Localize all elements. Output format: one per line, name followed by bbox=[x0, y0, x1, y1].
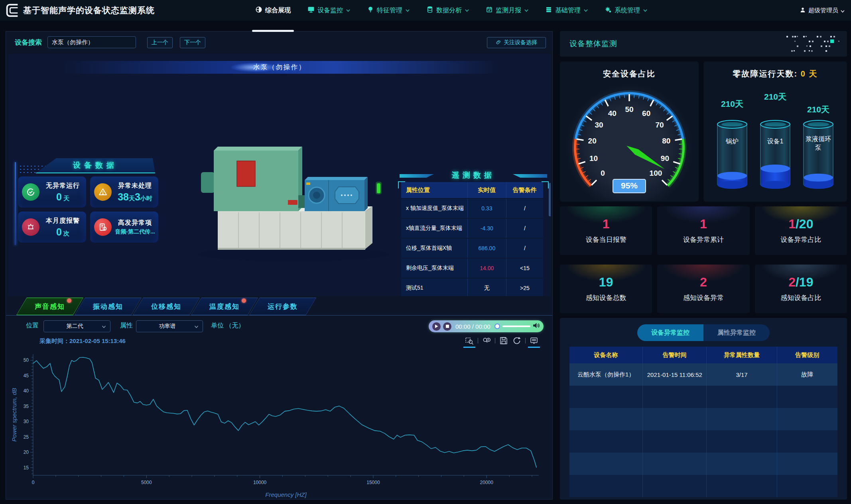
svg-text:80: 80 bbox=[662, 137, 670, 145]
zero-fault-value: 0 天 bbox=[801, 69, 818, 78]
alarm-empty-row bbox=[569, 453, 837, 475]
layers-icon bbox=[545, 6, 552, 15]
tab-声音感知[interactable]: 声音感知 bbox=[16, 298, 83, 315]
attribute-select[interactable]: 功率谱 bbox=[136, 320, 203, 332]
tab-label: 温度感知 bbox=[191, 298, 258, 315]
alarm-table: 设备名称告警时间异常属性数量告警级别云酷水泵（勿操作1）2021-01-15 1… bbox=[569, 347, 837, 497]
zoom-reset-icon[interactable] bbox=[482, 336, 491, 345]
telemetry-condition: >25 bbox=[506, 278, 543, 296]
svg-text:20000: 20000 bbox=[480, 480, 494, 485]
telemetry-scrollbar[interactable] bbox=[549, 183, 551, 296]
chevron-down-icon bbox=[102, 323, 106, 329]
device-data-card-text: 无异常运行0 天 bbox=[43, 182, 83, 203]
svg-text:15000: 15000 bbox=[366, 480, 380, 485]
nav-item-监测月报[interactable]: 监测月报 bbox=[486, 6, 528, 15]
nav-item-设备监控[interactable]: 设备监控 bbox=[307, 6, 350, 15]
stat-card-设备异常累计: 1设备异常累计 bbox=[657, 206, 749, 255]
player-track[interactable] bbox=[502, 326, 530, 327]
volume-icon[interactable] bbox=[533, 322, 540, 330]
focus-device-select-button[interactable]: 关注设备选择 bbox=[487, 37, 546, 48]
device-data-card-value: 0 次 bbox=[43, 226, 83, 238]
alarm-icon bbox=[22, 218, 39, 236]
report-icon bbox=[94, 218, 112, 236]
data-view-icon[interactable] bbox=[529, 336, 539, 345]
svg-text:Frequency [HZ]: Frequency [HZ] bbox=[265, 491, 307, 498]
user-menu[interactable]: 超级管理员 bbox=[800, 0, 845, 21]
app-root: 基于智能声学的设备状态监测系统 综合展现设备监控特征管理数据分析监测月报基础管理… bbox=[0, 0, 851, 504]
position-select[interactable]: 第二代 bbox=[43, 320, 110, 332]
audio-player: 00:00 / 00:00 bbox=[429, 320, 544, 332]
player-seek-handle[interactable] bbox=[494, 324, 500, 329]
unit-label: 单位 （无） bbox=[211, 322, 244, 330]
device-search-input[interactable] bbox=[47, 36, 136, 48]
alarm-cell bbox=[569, 475, 643, 497]
device-cylinders: 210天锅炉210天设备1210天浆液循环泵 bbox=[707, 84, 843, 193]
nav-item-特征管理[interactable]: 特征管理 bbox=[367, 6, 410, 15]
svg-text:浆液循环: 浆液循环 bbox=[806, 135, 831, 142]
viewport-title: 水泵（勿操作） bbox=[8, 61, 551, 74]
save-image-icon[interactable] bbox=[499, 336, 508, 345]
spectrum-chart[interactable]: 050001000015000200001520253035404550Freq… bbox=[10, 349, 548, 499]
tab-位移感知[interactable]: 位移感知 bbox=[133, 298, 200, 315]
stat-label: 设备异常累计 bbox=[657, 235, 749, 244]
tab-label: 声音感知 bbox=[17, 298, 83, 315]
user-icon bbox=[800, 7, 806, 14]
svg-text:45: 45 bbox=[24, 373, 29, 378]
alarm-cell bbox=[707, 453, 777, 475]
alarm-cell: 2021-01-15 11:06:52 bbox=[643, 363, 707, 386]
tab-温度感知[interactable]: 温度感知 bbox=[191, 298, 258, 315]
svg-text:210天: 210天 bbox=[764, 92, 786, 101]
telemetry-attr-name: 位移_泵体首端X轴 bbox=[401, 239, 468, 258]
alarm-cell bbox=[777, 475, 837, 497]
svg-text:40: 40 bbox=[608, 109, 617, 118]
alarm-cell bbox=[777, 453, 837, 475]
nav-item-系统管理[interactable]: 系统管理 bbox=[605, 6, 647, 15]
telemetry-attr-name: 剩余电压_泵体末端 bbox=[401, 259, 468, 278]
alarm-cell bbox=[707, 475, 777, 497]
svg-text:泵: 泵 bbox=[815, 144, 821, 151]
alarm-header-cell: 告警级别 bbox=[777, 347, 837, 363]
svg-text:0: 0 bbox=[32, 480, 35, 485]
chevron-down-icon bbox=[194, 323, 199, 329]
nav-item-label: 综合展现 bbox=[265, 6, 291, 15]
device-data-card-title: 高发异常项 bbox=[115, 219, 155, 227]
alarm-row[interactable]: 云酷水泵（勿操作1）2021-01-15 11:06:523/17故障 bbox=[569, 363, 837, 386]
svg-text:5000: 5000 bbox=[141, 480, 152, 485]
svg-text:Power spectrum, dB: Power spectrum, dB bbox=[11, 388, 18, 441]
alarm-monitor-card: 设备异常监控属性异常监控 设备名称告警时间异常属性数量告警级别云酷水泵（勿操作1… bbox=[560, 318, 847, 500]
stat-value: 1 bbox=[560, 217, 652, 231]
prev-device-button[interactable]: 上一个 bbox=[147, 37, 173, 48]
stat-value: 2/19 bbox=[755, 275, 847, 290]
alarm-empty-row bbox=[569, 408, 837, 430]
next-device-button[interactable]: 下一个 bbox=[180, 37, 205, 48]
svg-text:30: 30 bbox=[24, 419, 29, 424]
gear-icon bbox=[605, 6, 612, 15]
svg-text:90: 90 bbox=[661, 154, 669, 163]
telemetry-row: 位移_泵体首端X轴686.00/ bbox=[401, 239, 543, 258]
nav-item-综合展现[interactable]: 综合展现 bbox=[255, 6, 291, 15]
nav-item-基础管理[interactable]: 基础管理 bbox=[545, 6, 588, 15]
alarm-header-row: 设备名称告警时间异常属性数量告警级别 bbox=[569, 347, 837, 363]
zero-fault-card: 零故障运行天数: 0 天 210天锅炉210天设备1210天浆液循环泵 bbox=[703, 61, 847, 202]
zoom-area-icon[interactable] bbox=[465, 336, 474, 345]
nav-item-数据分析[interactable]: 数据分析 bbox=[426, 6, 469, 15]
svg-text:20: 20 bbox=[24, 449, 29, 455]
play-button[interactable] bbox=[432, 322, 441, 331]
nav-item-label: 数据分析 bbox=[436, 6, 462, 15]
tab-label: 振动感知 bbox=[75, 298, 141, 315]
monitor-icon bbox=[307, 6, 315, 15]
nav-item-label: 基础管理 bbox=[555, 6, 581, 15]
alarm-header-cell: 设备名称 bbox=[569, 347, 643, 363]
tab-设备异常监控[interactable]: 设备异常监控 bbox=[637, 324, 703, 341]
tab-属性异常监控[interactable]: 属性异常监控 bbox=[703, 324, 770, 341]
tab-振动感知[interactable]: 振动感知 bbox=[75, 298, 142, 315]
device-data-panel: 设备数据 无异常运行0 天异常未处理38天3小时本月度报警0 次高发异常项音频-… bbox=[12, 158, 159, 245]
stop-button[interactable] bbox=[443, 322, 451, 331]
telemetry-header-cell: 实时值 bbox=[468, 182, 506, 198]
device-search-bar: 设备搜索 上一个 下一个 关注设备选择 bbox=[6, 31, 552, 54]
model-viewport[interactable]: 水泵（勿操作） bbox=[8, 54, 551, 296]
restore-icon[interactable] bbox=[512, 336, 522, 345]
alarm-cell bbox=[777, 386, 837, 408]
tab-运行参数[interactable]: 运行参数 bbox=[249, 298, 316, 315]
alarm-empty-row bbox=[569, 430, 837, 453]
